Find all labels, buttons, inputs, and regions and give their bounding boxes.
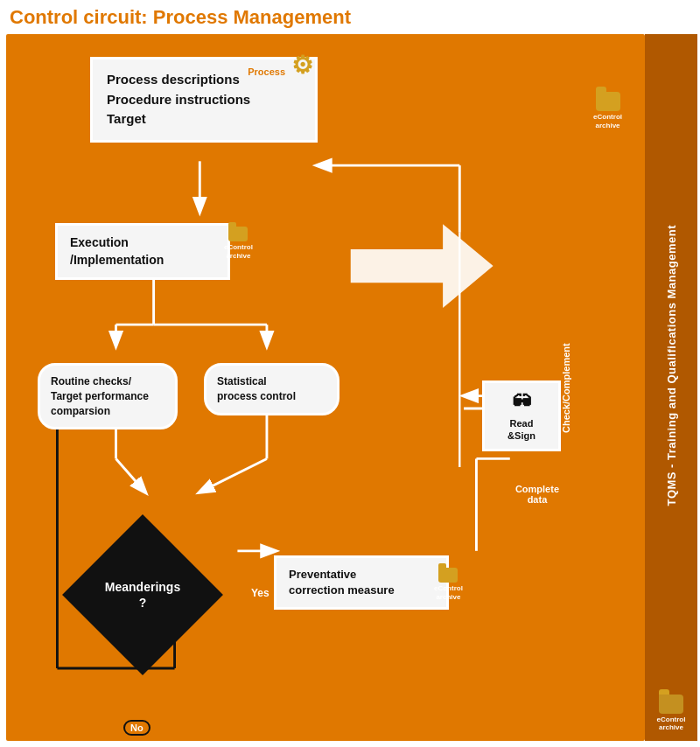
execution-line2: /Implementation bbox=[70, 253, 164, 267]
main-area: Process descriptions Procedure instructi… bbox=[6, 34, 697, 741]
process-box: Process descriptions Procedure instructi… bbox=[90, 57, 318, 143]
read-sign-text: Read &Sign bbox=[508, 418, 536, 441]
no-label: No bbox=[123, 720, 150, 736]
gear-icon: ⚙ bbox=[291, 47, 313, 84]
right-sidebar: TQMS - Training and Qualifications Manag… bbox=[645, 34, 697, 741]
folder-small-icon bbox=[228, 227, 248, 241]
folder-small-icon2 bbox=[438, 568, 458, 583]
diagram-area: Process descriptions Procedure instructi… bbox=[6, 34, 645, 741]
sidebar-folder-icon bbox=[659, 695, 683, 714]
folder-icon bbox=[596, 92, 620, 111]
process-line1: Process descriptions bbox=[107, 72, 240, 87]
statistical-box: Statisticalprocess control bbox=[204, 363, 340, 415]
sidebar-vertical-text: TQMS - Training and Qualifications Manag… bbox=[665, 225, 678, 506]
check-complement-label: Check/Complement bbox=[561, 258, 571, 433]
preventative-archive: eControlarchive bbox=[434, 568, 463, 601]
svg-marker-15 bbox=[351, 224, 494, 308]
sidebar-text-container: TQMS - Training and Qualifications Manag… bbox=[665, 43, 678, 688]
preventative-archive-icon: eControlarchive bbox=[434, 568, 463, 601]
preventative-box: Preventativecorrection measure bbox=[274, 555, 449, 610]
svg-line-7 bbox=[116, 458, 145, 492]
outer-container: Control circuit: Process Management bbox=[6, 6, 697, 741]
process-line2: Procedure instructions bbox=[107, 92, 250, 107]
process-label: Process bbox=[248, 65, 285, 80]
process-line3: Target bbox=[107, 111, 146, 126]
yes-label: Yes bbox=[251, 587, 270, 599]
execution-box: Execution /Implementation bbox=[55, 223, 230, 280]
execution-archive: eControlarchive bbox=[224, 227, 253, 260]
page-title: Control circuit: Process Management bbox=[6, 6, 697, 29]
sidebar-archive-icon: eControlarchive bbox=[657, 695, 686, 732]
complete-data-label: Complete data bbox=[515, 484, 559, 505]
execution-line1: Execution bbox=[70, 235, 129, 249]
read-sign-box: 🕶 Read &Sign bbox=[482, 380, 561, 451]
process-archive: eControlarchive bbox=[593, 92, 622, 129]
statistical-text: Statisticalprocess control bbox=[217, 375, 296, 402]
process-archive-icon: eControlarchive bbox=[593, 92, 622, 129]
execution-archive-icon: eControlarchive bbox=[224, 227, 253, 260]
flow-diagram: Process descriptions Procedure instructi… bbox=[20, 48, 631, 727]
svg-line-9 bbox=[200, 458, 267, 492]
preventative-text: Preventativecorrection measure bbox=[289, 568, 395, 597]
sidebar-archive-bottom: eControlarchive bbox=[657, 695, 686, 732]
diamond-text: Meanderings ? bbox=[105, 579, 180, 611]
diamond-container: Meanderings ? bbox=[73, 538, 213, 652]
routine-text: Routine checks/Target performancecompars… bbox=[51, 375, 149, 417]
routine-box: Routine checks/Target performancecompars… bbox=[38, 363, 178, 429]
glasses-icon: 🕶 bbox=[492, 390, 551, 415]
